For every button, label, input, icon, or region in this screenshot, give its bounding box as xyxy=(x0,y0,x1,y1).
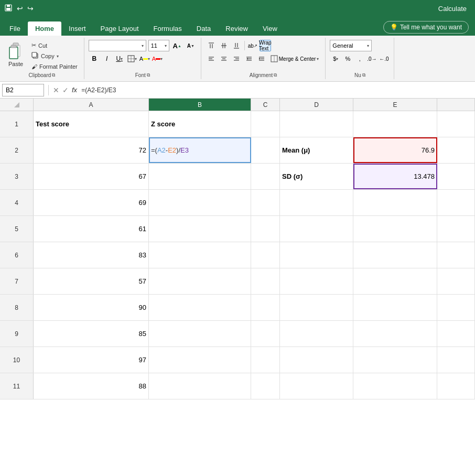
insert-function-icon[interactable]: fx xyxy=(72,86,77,94)
row-header-3[interactable]: 3 xyxy=(0,164,34,189)
cell-b7[interactable] xyxy=(149,268,251,294)
cell-d3[interactable]: SD (σ) xyxy=(280,164,353,189)
percent-button[interactable]: % xyxy=(342,53,353,64)
font-expand-icon[interactable]: ⧉ xyxy=(147,72,150,78)
fill-color-button[interactable]: A ▾ xyxy=(139,53,150,64)
cell-f1[interactable] xyxy=(437,111,475,137)
increase-decimal-button[interactable]: ←.0 xyxy=(378,53,390,64)
cell-a11[interactable]: 88 xyxy=(34,373,149,399)
border-button[interactable]: ▾ xyxy=(126,53,138,64)
save-icon[interactable] xyxy=(4,4,13,14)
confirm-formula-icon[interactable]: ✓ xyxy=(62,86,69,94)
number-expand-icon[interactable]: ⧉ xyxy=(362,72,365,78)
italic-button[interactable]: I xyxy=(101,53,113,64)
wrap-text-button[interactable]: Wrap Text xyxy=(260,40,271,51)
cell-b5[interactable] xyxy=(149,216,251,242)
cell-f2[interactable] xyxy=(437,137,475,163)
row-header-4[interactable]: 4 xyxy=(0,190,34,215)
corner-cell[interactable] xyxy=(0,99,34,111)
cell-e5[interactable] xyxy=(353,216,437,242)
cell-c1[interactable] xyxy=(251,111,280,137)
cell-a2[interactable]: 72 xyxy=(34,137,149,163)
underline-button[interactable]: U▾ xyxy=(114,53,125,64)
cell-b6[interactable] xyxy=(149,242,251,268)
cell-f3[interactable] xyxy=(437,164,475,189)
font-name-box[interactable]: ▾ xyxy=(89,40,146,51)
alignment-expand-icon[interactable]: ⧉ xyxy=(274,72,277,78)
cell-f7[interactable] xyxy=(437,268,475,294)
cell-e7[interactable] xyxy=(353,268,437,294)
cell-b3[interactable] xyxy=(149,164,251,189)
clipboard-expand-icon[interactable]: ⧉ xyxy=(52,72,55,78)
cell-a8[interactable]: 90 xyxy=(34,295,149,320)
cell-e9[interactable] xyxy=(353,321,437,347)
cell-a6[interactable]: 83 xyxy=(34,242,149,268)
cell-a7[interactable]: 57 xyxy=(34,268,149,294)
font-size-box[interactable]: 11 ▾ xyxy=(148,40,169,51)
row-header-7[interactable]: 7 xyxy=(0,268,34,294)
cell-c7[interactable] xyxy=(251,268,280,294)
increase-font-button[interactable]: A▲ xyxy=(171,40,183,51)
decrease-indent-button[interactable] xyxy=(243,53,255,64)
right-align-button[interactable] xyxy=(231,53,242,64)
cell-b2[interactable]: =(A2-E2)/E3 xyxy=(149,137,251,163)
cell-d7[interactable] xyxy=(280,268,353,294)
cell-e6[interactable] xyxy=(353,242,437,268)
cell-a1[interactable]: Test score xyxy=(34,111,149,137)
left-align-button[interactable] xyxy=(206,53,217,64)
row-header-11[interactable]: 11 xyxy=(0,373,34,399)
cell-c11[interactable] xyxy=(251,373,280,399)
cell-c8[interactable] xyxy=(251,295,280,320)
cell-d9[interactable] xyxy=(280,321,353,347)
col-header-D[interactable]: D xyxy=(280,99,353,111)
number-format-box[interactable]: General ▾ xyxy=(330,40,372,51)
cell-d8[interactable] xyxy=(280,295,353,320)
cut-button[interactable]: ✂ Cut xyxy=(29,41,80,50)
format-painter-button[interactable]: 🖌 Format Painter xyxy=(29,62,80,71)
cell-e10[interactable] xyxy=(353,347,437,373)
cell-a10[interactable]: 97 xyxy=(34,347,149,373)
cell-c3[interactable] xyxy=(251,164,280,189)
tell-me-box[interactable]: 💡 Tell me what you want xyxy=(383,21,469,34)
tab-view[interactable]: View xyxy=(255,21,285,36)
cell-c9[interactable] xyxy=(251,321,280,347)
cell-a4[interactable]: 69 xyxy=(34,190,149,215)
align-bottom-button[interactable] xyxy=(231,40,242,51)
cell-e1[interactable] xyxy=(353,111,437,137)
row-header-9[interactable]: 9 xyxy=(0,321,34,347)
cell-f4[interactable] xyxy=(437,190,475,215)
angle-text-button[interactable]: ab↗ xyxy=(247,40,258,51)
cell-d6[interactable] xyxy=(280,242,353,268)
cell-e2[interactable]: 76.9 xyxy=(353,137,437,163)
cell-f10[interactable] xyxy=(437,347,475,373)
cell-reference-box[interactable]: B2 xyxy=(2,84,44,96)
tab-review[interactable]: Review xyxy=(218,21,255,36)
cell-c4[interactable] xyxy=(251,190,280,215)
cell-d2[interactable]: Mean (μ) xyxy=(280,137,353,163)
cell-b10[interactable] xyxy=(149,347,251,373)
tab-insert[interactable]: Insert xyxy=(61,21,93,36)
cell-e3[interactable]: 13.478 xyxy=(353,164,437,189)
row-header-6[interactable]: 6 xyxy=(0,242,34,268)
tab-home[interactable]: Home xyxy=(28,21,61,36)
cell-e11[interactable] xyxy=(353,373,437,399)
paste-button[interactable]: Paste xyxy=(4,40,27,69)
col-header-E[interactable]: E xyxy=(353,99,437,111)
col-header-C[interactable]: C xyxy=(251,99,280,111)
tab-data[interactable]: Data xyxy=(189,21,218,36)
cell-b4[interactable] xyxy=(149,190,251,215)
cell-d1[interactable] xyxy=(280,111,353,137)
cell-a3[interactable]: 67 xyxy=(34,164,149,189)
align-middle-button[interactable] xyxy=(218,40,230,51)
formula-input[interactable]: =(A2-E2)/E3 xyxy=(81,86,473,94)
cell-c5[interactable] xyxy=(251,216,280,242)
cell-a9[interactable]: 85 xyxy=(34,321,149,347)
row-header-2[interactable]: 2 xyxy=(0,137,34,163)
cell-b11[interactable] xyxy=(149,373,251,399)
cell-f8[interactable] xyxy=(437,295,475,320)
merge-center-button[interactable]: Merge & Center ▾ xyxy=(268,54,321,63)
tab-formulas[interactable]: Formulas xyxy=(146,21,189,36)
tab-page-layout[interactable]: Page Layout xyxy=(93,21,146,36)
cell-a5[interactable]: 61 xyxy=(34,216,149,242)
undo-icon[interactable]: ↩ xyxy=(17,4,23,13)
